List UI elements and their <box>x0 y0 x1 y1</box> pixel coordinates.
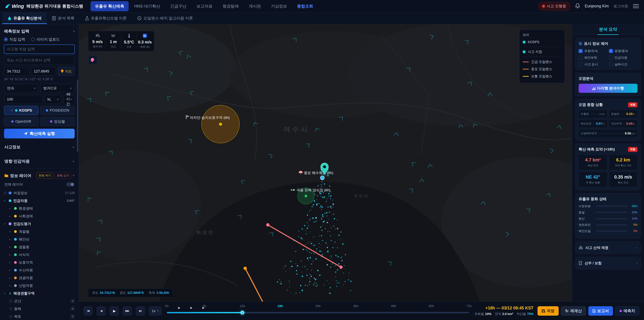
speed-select[interactable]: 1x▾ <box>149 306 162 315</box>
logout-button[interactable]: 로그아웃 <box>614 4 628 9</box>
accident-list-input[interactable] <box>4 56 75 65</box>
layer-tree-item[interactable]: ▸사회경제 <box>4 212 75 220</box>
checkbox-shoreline[interactable]: ✓해안부착 <box>578 56 607 60</box>
model-chip-kosps[interactable]: ✓KOSPS <box>4 106 38 115</box>
district-item[interactable]: 동해 <box>4 305 75 312</box>
district-item[interactable]: 군산 <box>4 297 75 305</box>
radio-direct-input[interactable]: 직접 입력 <box>4 37 25 42</box>
chevron-down-icon: ▾ <box>70 87 72 90</box>
weathering-bar-dispersion: 분산12% <box>578 217 638 221</box>
map-style-button[interactable] <box>88 55 97 65</box>
checkbox-wind[interactable]: ✓풍향/풍속 <box>609 49 638 53</box>
run-prediction-button[interactable]: 확산예측 실행 <box>4 129 75 138</box>
layer-tree-item[interactable]: ▸수산자원 <box>4 266 75 274</box>
checkbox-sensitive[interactable]: ✓민감자원 <box>609 56 638 60</box>
timeline-bar: |◀ ◀ ▶ ▶▶ ▶| 1x▾ 0h 6h 12h 18h 24h 36h 4… <box>79 301 644 320</box>
checkbox-time[interactable]: ✓시간 표시 <box>578 62 607 67</box>
layer-tree-group[interactable]: ▾민감자원3,947 <box>4 197 75 205</box>
nav-hns[interactable]: HNS·대기확산 <box>130 1 165 11</box>
model-chip-opendrift[interactable]: OpenDrift <box>4 117 38 126</box>
latitude-input[interactable] <box>4 67 29 76</box>
layer-tree-item[interactable]: ▸계절별 <box>4 228 75 235</box>
timeline-track[interactable] <box>167 312 469 313</box>
all-layers-off-button[interactable]: 전체 끄기 <box>55 172 71 179</box>
district-layers-icon[interactable] <box>70 314 75 318</box>
save-button[interactable]: 저장 <box>538 306 559 316</box>
tab-model-theory[interactable]: 유출유확산모델 이론 <box>80 13 132 24</box>
layer-tree-item[interactable]: ▸환경생태 <box>4 205 75 212</box>
owner-insurance-section[interactable]: 선주 / 보험› <box>576 257 641 269</box>
amount-input[interactable] <box>4 95 42 104</box>
timeline-slider[interactable]: 0h 6h 12h 18h 24h 36h 48h 60h 72h ⚑ ⚑ ⚑ <box>167 304 469 318</box>
nav-integrated-search[interactable]: 통합조회 <box>293 1 318 11</box>
fence-endpoint[interactable] <box>266 223 270 226</box>
layer-tree-item[interactable]: ▸관광자원 <box>4 274 75 282</box>
ship-spec-section[interactable]: 사고 선박 제원› <box>576 241 641 254</box>
incident-status-badge[interactable]: 사고 진행중 <box>538 2 570 11</box>
layer-tree-item[interactable]: ▸생물종 <box>4 243 75 251</box>
longitude-input[interactable] <box>31 67 56 76</box>
pick-on-map-button[interactable]: 지도 <box>58 67 75 76</box>
accident-info-section[interactable]: 사고정보▸ <box>4 140 75 154</box>
tab-boom-algorithm-theory[interactable]: 오일펜스 배치 알고리즘 이론 <box>132 13 198 24</box>
checkbox-current[interactable]: ✓유향/유속 <box>578 49 607 53</box>
duration-select[interactable]: 48시간▾ <box>64 95 75 104</box>
hamburger-menu-icon[interactable] <box>633 4 639 8</box>
accident-name-input[interactable] <box>4 45 75 54</box>
fence-endpoint[interactable] <box>244 267 247 270</box>
district-toggle-icon[interactable] <box>10 300 12 302</box>
sidebar-scrollbar[interactable] <box>77 80 78 152</box>
layer-toggle-icon[interactable] <box>4 192 7 194</box>
skip-end-button[interactable]: ▶| <box>136 306 145 315</box>
district-item[interactable]: 목포 <box>4 312 75 320</box>
prediction-button[interactable]: 예측치 <box>615 306 639 316</box>
tab-spread-analysis[interactable]: 유출유 확산분석 <box>2 13 47 24</box>
checkbox-on-icon: ✓ <box>578 49 582 53</box>
impact-resources-section[interactable]: 영향 민감자원▸ <box>4 154 75 168</box>
nav-reports[interactable]: 보고자료 <box>192 1 217 11</box>
bell-icon[interactable] <box>575 3 580 9</box>
user-name[interactable]: Eunjeong Kim <box>585 4 609 9</box>
radio-image-upload[interactable]: 이미지 업로드 <box>31 37 60 42</box>
bookmark-flag-icon[interactable]: ⚑ <box>190 306 192 310</box>
bookmark-flag-icon[interactable]: ⚑ <box>178 306 180 310</box>
bookmark-flag-icon[interactable]: ⚑ <box>202 306 204 310</box>
caret-icon[interactable]: ▾ <box>4 199 7 202</box>
play-button[interactable]: ▶ <box>110 306 119 315</box>
map-svg[interactable]: 여수시 화양면 우두리 여자만 습지보호구역 (6h) 종포 해수욕장 (6h) <box>79 24 572 301</box>
skip-start-button[interactable]: |◀ <box>84 306 92 315</box>
step-back-button[interactable]: ◀ <box>96 306 106 315</box>
district-layers-icon[interactable] <box>70 299 75 303</box>
all-layers-on-button[interactable]: 전체 켜기 <box>36 172 53 179</box>
tick-label-active: 18h <box>278 304 283 308</box>
unit-select[interactable]: kL▾ <box>44 95 62 104</box>
all-layers-toggle[interactable] <box>66 182 74 186</box>
nav-board[interactable]: 게시판 <box>244 1 265 11</box>
layer-tree-item[interactable]: ▸산업자원 <box>4 282 75 289</box>
model-chip-ensemble[interactable]: 앙상블 <box>40 117 75 126</box>
map-canvas[interactable]: 여수시 화양면 우두리 여자만 습지보호구역 (6h) 종포 해수욕장 (6h) <box>79 24 572 301</box>
tab-analysis-list[interactable]: 분석 목록 <box>47 13 80 24</box>
spill-type-select[interactable]: 연속▾ <box>4 84 38 93</box>
layer-tree-group[interactable]: ▾⚓해경관할구역 <box>4 289 75 297</box>
model-chip-poseidon[interactable]: POSEIDON <box>40 106 75 115</box>
recalculate-button[interactable]: ↻재계산 <box>561 306 586 316</box>
layer-tree-item[interactable]: ▸서식지 <box>4 251 75 259</box>
nav-rescue[interactable]: 긴급구난 <box>166 1 191 11</box>
nav-oil-spread[interactable]: 유출유 확산예측 <box>90 1 129 11</box>
layer-tree-item[interactable]: 어장정보17,129 <box>4 189 75 197</box>
oil-type-select[interactable]: 벙커C유▾ <box>40 84 75 93</box>
layer-tree-item[interactable]: ▸해안선 <box>4 235 75 243</box>
fast-forward-button[interactable]: ▶▶ <box>123 306 132 315</box>
district-layers-icon[interactable] <box>70 307 75 311</box>
nav-weather[interactable]: 기상정보 <box>266 1 291 11</box>
report-button[interactable]: 보고서 <box>588 306 613 316</box>
polygon-analysis-button[interactable]: 다각형 분석수행 <box>578 84 638 93</box>
layer-tree-item[interactable]: ▸보호지역 <box>4 259 75 266</box>
checkbox-datetime[interactable]: ✓날짜시간 <box>609 62 638 67</box>
layer-tree-group[interactable]: ▾민감도평가 <box>4 220 75 228</box>
fence-endpoint[interactable] <box>339 265 343 269</box>
nav-aerial[interactable]: 항공탐색 <box>218 1 243 11</box>
incident-pin-icon[interactable] <box>320 163 330 177</box>
predict-input-header[interactable]: 예측정보 입력 ▾ <box>4 27 75 37</box>
